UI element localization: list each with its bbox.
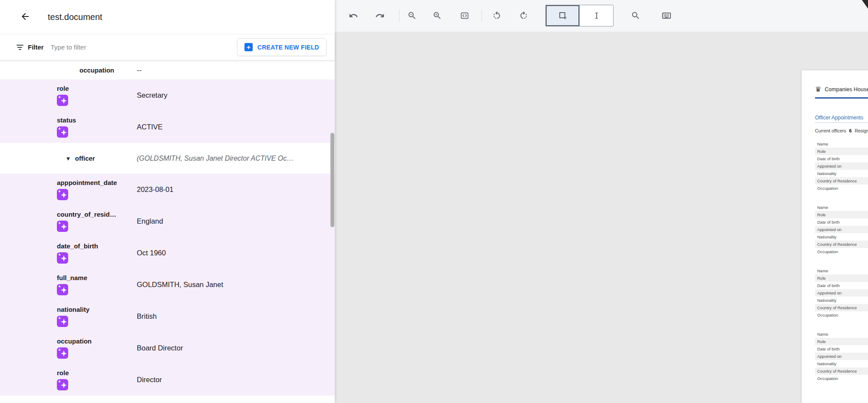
document-page[interactable]: ♛ Companies House Officer Appointments C…	[802, 70, 868, 403]
doc-field-row: Date of birthOctober 1960	[815, 282, 868, 289]
doc-field-row: RoleACTIVEDirector	[815, 211, 868, 218]
doc-field-label: Appointed on	[817, 291, 842, 295]
doc-field-label: Date of birth	[817, 283, 840, 288]
doc-field-row: RoleACTIVESecretary	[815, 148, 868, 155]
code-view-button[interactable]	[455, 6, 474, 25]
doc-field-label: Role	[817, 212, 826, 217]
field-label: role	[57, 369, 137, 377]
expander-chevron-icon[interactable]: ▾	[66, 155, 70, 162]
field-row[interactable]: occupation--	[0, 60, 335, 79]
ai-sparkle-icon[interactable]: +	[57, 126, 68, 138]
code-block-icon	[460, 11, 469, 20]
ai-sparkle-icon[interactable]: +	[57, 252, 68, 264]
field-row[interactable]: role+Director	[0, 364, 335, 396]
field-label: occupation	[79, 66, 114, 74]
field-row[interactable]: country_of_resid…+England	[0, 205, 335, 237]
field-row[interactable]: status+ACTIVE	[0, 111, 335, 143]
doc-field-row: Date of birthJuly 1975	[815, 345, 868, 353]
doc-field-row: OccupationChief Operating Officer	[815, 375, 868, 382]
field-row[interactable]: full_name+GOLDSMITH, Susan Janet	[0, 269, 335, 301]
officer-block: NameGOLDSMITH, Susan JanetRoleACTIVEDire…	[815, 267, 868, 319]
doc-field-label: Country of Residence	[817, 369, 857, 373]
sparkle-star-shape	[61, 192, 67, 198]
field-label: status	[57, 116, 137, 124]
field-row[interactable]: nationality+British	[0, 301, 335, 332]
text-select-tool-button[interactable]	[579, 5, 613, 26]
undo-button[interactable]	[344, 6, 363, 25]
sparkle-plus-glyph: +	[58, 347, 61, 352]
field-value: British	[137, 312, 157, 320]
field-row[interactable]: apppointment_date+2023-08-01	[0, 174, 335, 205]
doc-field-label: Nationality	[817, 298, 836, 303]
ai-sparkle-icon[interactable]: +	[57, 189, 68, 200]
doc-field-row: RoleACTIVEDirector	[815, 338, 868, 345]
zoom-out-button[interactable]	[403, 6, 422, 25]
field-row[interactable]: role+Secretary	[0, 79, 335, 111]
filter-input[interactable]	[51, 43, 237, 51]
rotate-right-button[interactable]	[514, 6, 533, 25]
field-value: Oct 1960	[137, 249, 166, 257]
doc-field-label: Country of Residence	[817, 178, 857, 183]
current-officers-label: Current officers	[815, 128, 846, 133]
doc-field-row: RoleACTIVEDirector	[815, 274, 868, 282]
text-select-icon	[592, 11, 601, 20]
left-panel: test.document Filter + CREATE NEW FIELD …	[0, 0, 335, 403]
crop-annotation-icon	[558, 11, 568, 20]
doc-field-row: Nationality-	[815, 170, 868, 177]
keyboard-shortcuts-button[interactable]	[657, 6, 676, 25]
doc-field-row: NationalityBritish	[815, 297, 868, 304]
document-canvas[interactable]: ♛ Companies House Officer Appointments C…	[335, 32, 868, 403]
redo-button[interactable]	[370, 6, 389, 25]
doc-field-label: Role	[817, 339, 826, 344]
field-left: occupation	[57, 66, 137, 74]
doc-field-label: Occupation	[817, 186, 838, 191]
field-row[interactable]: occupation+Board Director	[0, 332, 335, 364]
ai-sparkle-icon[interactable]: +	[57, 221, 68, 232]
field-row[interactable]: ▾officer(GOLDSMITH, Susan Janet Director…	[0, 143, 335, 174]
doc-field-label: Name	[817, 332, 828, 337]
doc-field-row: Appointed on1 August 2023	[815, 289, 868, 297]
field-row[interactable]: date_of_birth+Oct 1960	[0, 237, 335, 269]
field-label: full_name	[57, 274, 137, 281]
search-button[interactable]	[626, 6, 645, 25]
ai-sparkle-icon[interactable]: +	[57, 379, 68, 390]
doc-field-row: NameJENNINGS, Timothy Michael	[815, 330, 868, 338]
field-left: full_name+	[57, 274, 137, 295]
sparkle-plus-glyph: +	[58, 221, 61, 225]
doc-field-label: Nationality	[817, 235, 836, 239]
field-label: date_of_birth	[57, 242, 137, 250]
field-value: --	[137, 66, 142, 74]
ai-sparkle-icon[interactable]: +	[57, 316, 68, 327]
doc-field-row: NameHANOVER SECRETARIES LIMITED	[815, 140, 868, 148]
fields-scrollbar[interactable]	[330, 133, 334, 227]
doc-field-label: Name	[817, 142, 828, 146]
document-officers: NameHANOVER SECRETARIES LIMITEDRoleACTIV…	[815, 140, 868, 394]
sparkle-plus-glyph: +	[58, 316, 61, 320]
doc-field-row: Country of ResidenceEngland	[815, 304, 868, 311]
zoom-in-button[interactable]	[428, 6, 447, 25]
zoom-in-icon	[432, 11, 442, 20]
doc-field-label: Name	[817, 205, 828, 210]
ai-sparkle-icon[interactable]: +	[57, 347, 68, 359]
doc-field-label: Date of birth	[817, 156, 840, 161]
sparkle-plus-glyph: +	[58, 95, 61, 99]
back-button[interactable]	[17, 8, 34, 26]
royal-crest-icon: ♛	[815, 86, 821, 93]
doc-field-label: Country of Residence	[817, 305, 857, 310]
crop-annotation-tool-button[interactable]	[546, 5, 579, 26]
rotate-left-button[interactable]	[487, 6, 506, 25]
create-new-field-button[interactable]: + CREATE NEW FIELD	[237, 38, 327, 56]
field-left: nationality+	[57, 306, 137, 327]
field-value: England	[137, 217, 163, 225]
doc-field-row: NameHARRISON, David John	[815, 204, 868, 211]
field-value: GOLDSMITH, Susan Janet	[137, 281, 223, 289]
doc-field-row: Appointed on1 August 2023	[815, 162, 868, 170]
doc-field-row: OccupationSolicitor	[815, 248, 868, 255]
doc-field-row: Date of birth-	[815, 155, 868, 162]
corner-avatar-fragment	[862, 0, 868, 9]
ai-sparkle-icon[interactable]: +	[57, 284, 68, 295]
doc-field-row: NationalityBritish	[815, 233, 868, 241]
sparkle-star-shape	[61, 287, 67, 293]
ai-sparkle-icon[interactable]: +	[57, 95, 68, 106]
search-icon	[631, 11, 640, 20]
